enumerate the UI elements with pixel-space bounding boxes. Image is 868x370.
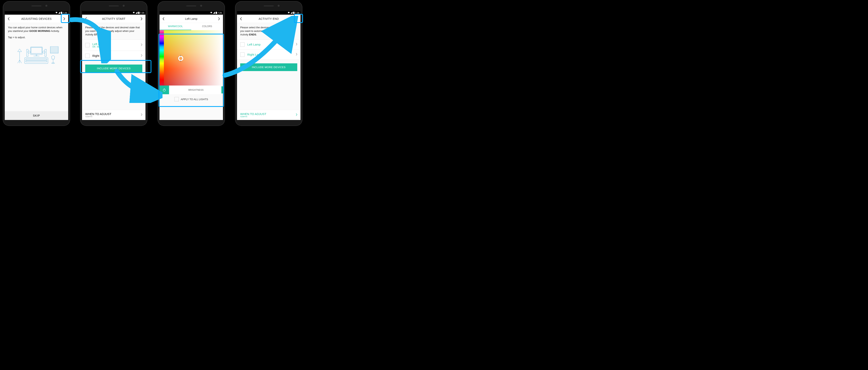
- checkbox[interactable]: [240, 42, 245, 47]
- page-title: Left Lamp: [166, 17, 217, 21]
- wifi-icon: [132, 12, 135, 14]
- brightness-slider[interactable]: BRIGHTNESS: [169, 86, 223, 94]
- wifi-icon: [287, 12, 290, 14]
- next-button[interactable]: [139, 16, 144, 21]
- tab-colors[interactable]: COLORS: [191, 23, 223, 30]
- svg-rect-11: [26, 61, 47, 62]
- when-to-adjust-row[interactable]: WHEN TO ADJUST ALWAYS: [237, 110, 301, 120]
- screen-2: 7:29 ACTIVITY START Please select the de…: [82, 11, 146, 120]
- svg-rect-24: [138, 12, 140, 14]
- device-label: Right Lamp: [247, 53, 296, 56]
- wifi-icon: [210, 12, 212, 14]
- svg-rect-10: [26, 59, 47, 60]
- signal-icon: [58, 12, 60, 14]
- chevron-right-icon[interactable]: [141, 43, 142, 47]
- device-row-left-lamp[interactable]: Left Lamp ON - 80%: [82, 39, 146, 51]
- svg-line-13: [18, 60, 20, 63]
- svg-line-14: [20, 60, 22, 63]
- svg-rect-3: [31, 47, 42, 54]
- title-bar: ACTIVITY END: [237, 15, 301, 23]
- status-bar: 7:29: [159, 11, 223, 15]
- apply-all-row[interactable]: APPLY TO ALL LIGHTS: [159, 94, 223, 104]
- page-title: ACTIVITY END: [243, 17, 294, 21]
- back-button[interactable]: [84, 16, 88, 21]
- brightness-fill: [221, 86, 223, 94]
- signal-icon: [213, 12, 215, 14]
- checkbox[interactable]: [85, 54, 90, 58]
- signal-icon: [290, 12, 292, 14]
- device-row-left-lamp[interactable]: Left Lamp: [237, 39, 301, 50]
- intro-text: Please select the devices and desired st…: [82, 23, 146, 39]
- include-more-devices-button[interactable]: INCLUDE MORE DEVICES: [240, 63, 297, 71]
- svg-rect-30: [293, 12, 294, 14]
- include-more-devices-button[interactable]: INCLUDE MORE DEVICES: [85, 65, 142, 72]
- status-time: 7:29: [63, 12, 67, 14]
- phone-4: 7:29 ACTIVITY END Please select the devi…: [235, 1, 302, 126]
- title-bar: ADJUSTING DEVICES: [5, 15, 68, 23]
- phone-3: 7:29 Left Lamp WARM/COOL COLORS BRIGHTNE…: [158, 1, 225, 126]
- screen-1: 7:29 ADJUSTING DEVICES You can adjust yo…: [5, 11, 68, 120]
- back-button[interactable]: [161, 16, 166, 21]
- svg-rect-0: [61, 12, 62, 14]
- hue-strip[interactable]: [159, 30, 164, 86]
- checkbox[interactable]: [175, 97, 179, 101]
- hint-text: Tap > to adjust.: [8, 36, 65, 39]
- battery-icon: [138, 12, 140, 14]
- title-bar: Left Lamp: [159, 15, 223, 23]
- device-row-right-lamp[interactable]: Right Lamp: [237, 50, 301, 60]
- next-button[interactable]: [294, 16, 299, 21]
- wifi-icon: [55, 12, 58, 14]
- chevron-right-icon[interactable]: [296, 113, 297, 117]
- chevron-right-icon[interactable]: [296, 53, 297, 57]
- back-button[interactable]: [6, 16, 11, 21]
- next-button[interactable]: [62, 16, 67, 21]
- status-time: 7:29: [218, 12, 222, 14]
- svg-rect-2: [31, 47, 42, 55]
- saturation-area[interactable]: [164, 30, 223, 86]
- battery-icon: [293, 12, 294, 14]
- status-bar: 7:29: [5, 11, 68, 15]
- device-label: Right Lamp: [92, 54, 141, 58]
- battery-icon: [61, 12, 62, 14]
- brightness-row: BRIGHTNESS: [159, 86, 223, 94]
- device-row-right-lamp[interactable]: Right Lamp: [82, 51, 146, 61]
- when-title: WHEN TO ADJUST: [240, 112, 296, 115]
- when-sub: ALWAYS: [85, 115, 141, 117]
- svg-rect-18: [50, 46, 58, 53]
- device-label: Left Lamp ON - 80%: [92, 42, 141, 48]
- page-title: ACTIVITY START: [88, 17, 139, 21]
- phone-2: 7:29 ACTIVITY START Please select the de…: [80, 1, 148, 126]
- chevron-right-icon[interactable]: [296, 43, 297, 46]
- battery-icon: [216, 12, 217, 14]
- status-bar: 7:29: [82, 11, 146, 15]
- signal-icon: [135, 12, 137, 14]
- apply-label: APPLY TO ALL LIGHTS: [181, 98, 208, 101]
- color-picker[interactable]: [159, 30, 223, 86]
- svg-rect-8: [45, 49, 46, 57]
- chevron-right-icon[interactable]: [141, 113, 142, 117]
- svg-rect-26: [216, 12, 217, 14]
- power-button[interactable]: [159, 86, 169, 94]
- when-to-adjust-row[interactable]: WHEN TO ADJUST ALWAYS: [82, 110, 146, 120]
- screen-4: 7:29 ACTIVITY END Please select the devi…: [237, 11, 301, 120]
- title-bar: ACTIVITY START: [82, 15, 146, 23]
- living-room-illustration: [13, 43, 60, 67]
- skip-button[interactable]: SKIP: [5, 111, 68, 120]
- chevron-right-icon[interactable]: [141, 54, 142, 58]
- status-time: 7:29: [140, 12, 144, 14]
- screen-3: 7:29 Left Lamp WARM/COOL COLORS BRIGHTNE…: [159, 11, 223, 120]
- svg-rect-7: [27, 49, 28, 57]
- back-button[interactable]: [239, 16, 243, 21]
- when-sub: ALWAYS: [240, 115, 296, 117]
- color-mode-tabs: WARM/COOL COLORS: [159, 23, 223, 30]
- next-button[interactable]: [217, 16, 221, 21]
- intro-text: You can adjust your home control devices…: [5, 23, 68, 70]
- status-bar: 7:29: [237, 11, 301, 15]
- status-time: 7:29: [295, 12, 299, 14]
- intro-text: Please select the devices and desired st…: [237, 23, 301, 39]
- picker-handle[interactable]: [178, 56, 183, 61]
- when-title: WHEN TO ADJUST: [85, 112, 141, 115]
- checkbox[interactable]: [240, 53, 245, 57]
- checkbox[interactable]: [85, 43, 90, 47]
- tab-warm-cool[interactable]: WARM/COOL: [159, 23, 191, 30]
